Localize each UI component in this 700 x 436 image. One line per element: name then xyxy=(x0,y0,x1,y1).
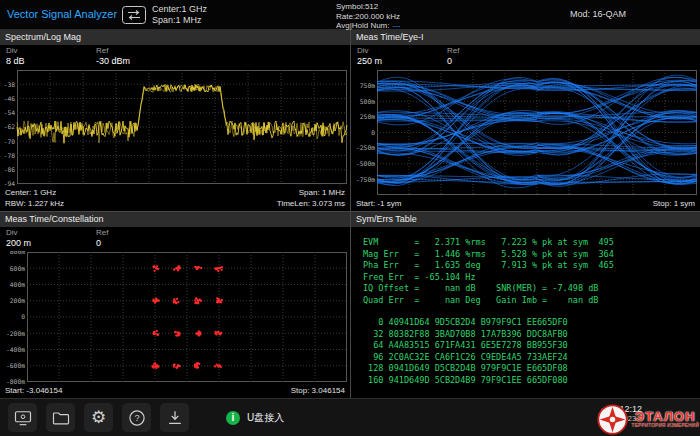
svg-text:250m: 250m xyxy=(360,113,375,120)
app-title: Vector Signal Analyzer xyxy=(7,8,117,20)
svg-text:-500m: -500m xyxy=(356,160,375,167)
svg-text:0: 0 xyxy=(21,313,25,320)
sym-errs-table-body: EVM = 2.371 %rms 7.223 % pk at sym 495Ma… xyxy=(351,227,700,398)
svg-text:-600m: -600m xyxy=(6,362,25,369)
spectrum-footer: Center: 1 GHz RBW: 1.227 kHz Span: 1 MHz… xyxy=(0,186,350,211)
folder-icon xyxy=(51,408,71,428)
symbol-readout: Symbol:512 xyxy=(336,2,401,12)
svg-text:-70: -70 xyxy=(4,138,16,145)
span-readout: Span:1 MHz xyxy=(152,15,207,26)
save-button[interactable] xyxy=(160,403,189,432)
svg-text:800m: 800m xyxy=(10,251,25,255)
sym-hex-row: 32 80382F88 3BAD70B8 17A7B396 DDC8AFB0 xyxy=(363,329,700,341)
error-metrics: EVM = 2.371 %rms 7.223 % pk at sym 495Ma… xyxy=(363,237,700,306)
sym-hex-row: 96 2C0AC32E CA6F1C26 C9EDE4A5 733AEF24 xyxy=(363,352,700,364)
svg-text:750m: 750m xyxy=(360,82,375,89)
constellation-plot: 800m600m400m200m0-200m-400m-600m-800m xyxy=(0,251,350,384)
sym-err-line: Freq Err = -65.104 Hz xyxy=(363,272,700,284)
spectrum-span-label: Span: 1 MHz xyxy=(277,187,345,198)
screenshot-icon xyxy=(13,408,33,428)
svg-text:500m: 500m xyxy=(360,98,375,105)
center-freq-readout: Center:1 GHz xyxy=(152,4,207,15)
svg-text:-250m: -250m xyxy=(356,144,375,151)
continuous-sweep-button[interactable] xyxy=(122,6,146,24)
sym-hex-row: 160 941D649D 5CB2D4B9 79F9C1EE 665DF080 xyxy=(363,375,700,387)
sym-errs-panel: Sym/Errs Table EVM = 2.371 %rms 7.223 % … xyxy=(351,212,700,398)
loop-icon xyxy=(122,6,146,24)
sym-err-line: EVM = 2.371 %rms 7.223 % pk at sym 495 xyxy=(363,237,700,249)
sym-err-line: IQ Offset = nan dB SNR(MER) = -7.498 dB xyxy=(363,283,700,295)
eye-panel-header: Meas Time/Eye-I xyxy=(351,30,700,45)
spectrum-center-label: Center: 1 GHz xyxy=(5,187,64,198)
eye-ref-value: 0 xyxy=(447,56,459,67)
eye-start-label: Start: -1 sym xyxy=(356,197,401,211)
eye-ref-control[interactable]: Ref 0 xyxy=(447,46,459,67)
svg-text:-750m: -750m xyxy=(356,176,375,183)
rate-readout: Rate:200.000 kHz xyxy=(336,12,401,22)
watermark-title: ЭТАЛОН xyxy=(635,410,696,423)
demod-readout: Symbol:512 Rate:200.000 kHz Avg|Hold Num… xyxy=(336,2,401,31)
eye-plot-area: 750m500m250m0-250m-500m-750m xyxy=(351,69,700,197)
spectrum-plot: -38-46-54-62-70-78-86-94 xyxy=(0,69,350,186)
sym-err-line: Pha Err = 1.635 deg 7.913 % pk at sym 46… xyxy=(363,260,700,272)
svg-text:-46: -46 xyxy=(4,95,16,102)
eye-footer: Start: -1 sym Stop: 1 sym xyxy=(351,197,700,211)
constellation-div-control[interactable]: Div 200 m xyxy=(6,228,31,249)
spectrum-rbw-label: RBW: 1.227 kHz xyxy=(5,198,64,209)
file-manager-button[interactable] xyxy=(46,403,75,432)
constellation-footer: Start: -3.046154 Stop: 3.046154 xyxy=(0,384,350,398)
eye-div-value: 250 m xyxy=(357,56,382,67)
modulation-readout: Mod: 16-QAM xyxy=(570,9,626,20)
svg-text:-78: -78 xyxy=(4,152,16,159)
help-button[interactable]: ? xyxy=(122,403,151,432)
etalon-emblem-icon xyxy=(596,403,629,436)
gear-icon: ⚙ xyxy=(91,409,106,426)
svg-text:-400m: -400m xyxy=(6,346,25,353)
spectrum-div-control[interactable]: Div 8 dB xyxy=(6,46,25,67)
eye-controls: Div 250 m Ref 0 xyxy=(351,45,700,69)
constellation-ref-value: 0 xyxy=(96,238,108,249)
screenshot-button[interactable] xyxy=(8,403,37,432)
svg-text:?: ? xyxy=(134,413,139,423)
sym-err-line: Mag Err = 1.446 %rms 5.528 % pk at sym 3… xyxy=(363,249,700,261)
svg-text:-54: -54 xyxy=(4,109,16,116)
spectrum-ref-control[interactable]: Ref -30 dBm xyxy=(96,46,130,67)
svg-text:-94: -94 xyxy=(4,180,16,186)
constellation-panel: Meas Time/Constellation Div 200 m Ref 0 … xyxy=(0,212,350,398)
trace-grid: Spectrum/Log Mag Div 8 dB Ref -30 dBm -3… xyxy=(0,30,700,398)
eye-panel: Meas Time/Eye-I Div 250 m Ref 0 750m500m… xyxy=(351,30,700,211)
help-icon: ? xyxy=(127,408,147,428)
constellation-panel-header: Meas Time/Constellation xyxy=(0,212,350,227)
svg-text:-62: -62 xyxy=(4,123,16,130)
constellation-ref-control[interactable]: Ref 0 xyxy=(96,228,108,249)
avg-hold-value: --- xyxy=(393,21,401,30)
svg-text:400m: 400m xyxy=(10,281,25,288)
sym-hex-row: 128 0941D649 D5CB2D4B 979F9C1E E665DF08 xyxy=(363,363,700,375)
svg-text:200m: 200m xyxy=(10,297,25,304)
spectrum-div-value: 8 dB xyxy=(6,56,25,67)
svg-text:0: 0 xyxy=(371,129,375,136)
svg-text:-200m: -200m xyxy=(6,330,25,337)
svg-text:-86: -86 xyxy=(4,166,16,173)
usb-status: i U盘接入 xyxy=(226,411,284,425)
constellation-div-value: 200 m xyxy=(6,238,31,249)
eye-diagram-plot: 750m500m250m0-250m-500m-750m xyxy=(351,69,700,197)
sym-hex-row: 0 40941D64 9D5CB2D4 B979F9C1 EE665DF0 xyxy=(363,317,700,329)
usb-status-text: U盘接入 xyxy=(247,411,284,425)
svg-text:-800m: -800m xyxy=(6,378,25,384)
spectrum-controls: Div 8 dB Ref -30 dBm xyxy=(0,45,350,69)
sym-errs-panel-header: Sym/Errs Table xyxy=(351,212,700,227)
settings-button[interactable]: ⚙ xyxy=(84,403,113,432)
eye-div-control[interactable]: Div 250 m xyxy=(357,46,382,67)
mod-readout: Mod: 16-QAM xyxy=(570,9,626,20)
spectrum-panel-header: Spectrum/Log Mag xyxy=(0,30,350,45)
sym-err-line: Quad Err = nan Deg Gain Imb = nan dB xyxy=(363,295,700,307)
constellation-controls: Div 200 m Ref 0 xyxy=(0,227,350,251)
eye-stop-label: Stop: 1 sym xyxy=(653,197,695,211)
spectrum-plot-area: -38-46-54-62-70-78-86-94 xyxy=(0,69,350,186)
watermark-subtitle: ТЕРРИТОРИЯ ИЗМЕРЕНИЙ xyxy=(632,424,699,429)
spectrum-ref-value: -30 dBm xyxy=(96,56,130,67)
freq-readout: Center:1 GHz Span:1 MHz xyxy=(152,4,207,26)
sym-hex-row: 64 A4A83515 671FA431 6E5E7278 BB955F30 xyxy=(363,340,700,352)
symbol-hex-table: 0 40941D64 9D5CB2D4 B979F9C1 EE665DF0 32… xyxy=(363,317,700,386)
